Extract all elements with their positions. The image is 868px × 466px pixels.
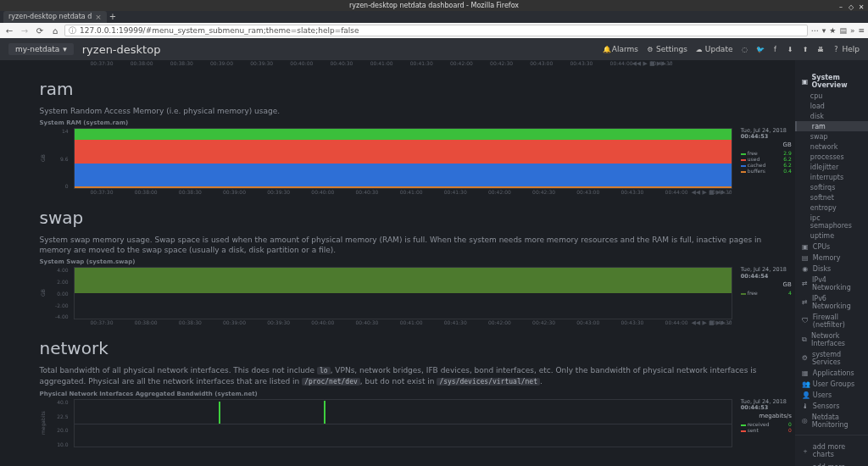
ram-chart[interactable]: GB 149.60 Tue, Jul 24, 2018 00:44:53 GB …	[40, 128, 792, 189]
help-icon: ?	[832, 46, 839, 53]
swap-chart[interactable]: GB 4.002.000.00-2.00-4.00 Tue, Jul 24, 2…	[40, 267, 792, 319]
sidebar-item-network[interactable]: network	[795, 141, 868, 152]
time-tick: 00:44:00	[665, 319, 688, 325]
nav-back-icon[interactable]: ←	[3, 26, 15, 36]
nav-home-icon[interactable]: ⌂	[49, 26, 61, 36]
swap-yaxis-label-icon: GB	[40, 267, 48, 319]
sidebar-item-entropy[interactable]: entropy	[795, 202, 868, 213]
section-icon: ⇄	[802, 298, 808, 306]
sidebar-section-ipv4-networking[interactable]: ⇄IPv4 Networking	[795, 275, 868, 292]
alarms-button[interactable]: 🔔Alarms	[603, 45, 638, 53]
section-label: Firewall (netfilter)	[813, 313, 861, 329]
update-button[interactable]: ☁Update	[696, 45, 733, 53]
nav-forward-icon[interactable]: →	[19, 26, 31, 36]
time-tick: 00:44:00	[610, 60, 633, 66]
burger-menu-icon[interactable]: ≡	[858, 26, 865, 35]
playback-controls[interactable]: ◀◀ ▶ ■ ▶▶ ⤢	[632, 60, 672, 67]
add-charts-link[interactable]: ＋ add more charts	[795, 441, 868, 461]
sidebar-item-softirqs[interactable]: softirqs	[795, 182, 868, 192]
section-icon: ◉	[802, 265, 809, 273]
facebook-link[interactable]: f	[771, 46, 778, 53]
add-alarms-link[interactable]: ＋ add more alarms	[795, 461, 868, 466]
time-tick: 00:39:30	[250, 60, 273, 66]
window-minimize-icon[interactable]: –	[837, 2, 844, 8]
sidebar-item-load[interactable]: load	[795, 101, 868, 111]
network-chart-canvas[interactable]	[74, 399, 732, 447]
sidebar-item-idlejitter[interactable]: idlejitter	[795, 162, 868, 172]
section-label: Memory	[813, 254, 841, 262]
ram-band-cached	[75, 164, 732, 186]
bell-icon: 🔔	[603, 46, 609, 53]
settings-button[interactable]: ⚙Settings	[647, 45, 687, 53]
site-identity-icon[interactable]: ⓘ	[69, 25, 76, 36]
network-chart-title: Physical Network Interfaces Aggregated B…	[40, 391, 792, 397]
help-button[interactable]: ?Help	[832, 45, 860, 53]
page-actions-icon[interactable]: ⋯	[811, 26, 819, 35]
ram-playback-controls[interactable]: ◀◀ ▶ ■ ▶▶ ⤢	[691, 189, 732, 196]
sidebar-section-firewall-netfilter-[interactable]: 🛡Firewall (netfilter)	[795, 312, 868, 330]
sidebar-item-uptime[interactable]: uptime	[795, 230, 868, 241]
sidebar-section-cpus[interactable]: ▣CPUs	[795, 241, 868, 252]
sidebar-section-applications[interactable]: ▦Applications	[795, 368, 868, 378]
download-button[interactable]: ⬇	[787, 46, 793, 53]
upload-button[interactable]: ⬆	[802, 46, 809, 53]
pocket-icon[interactable]: ▾	[822, 26, 826, 35]
ram-legend: Tue, Jul 24, 2018 00:44:53 GB free2.9 us…	[737, 128, 792, 189]
ram-description: System Random Access Memory (i.e. physic…	[40, 106, 792, 116]
section-label: Applications	[813, 369, 854, 377]
sidebar-section-network-interfaces[interactable]: ⧉Network Interfaces	[795, 330, 868, 348]
new-tab-button[interactable]: +	[107, 11, 119, 23]
sidebar-item-ram[interactable]: ram	[795, 121, 868, 131]
section-label: Network Interfaces	[811, 332, 861, 347]
sidebar-section-disks[interactable]: ◉Disks	[795, 264, 868, 274]
sidebar-item-swap[interactable]: swap	[795, 131, 868, 141]
time-tick: 00:40:00	[290, 60, 313, 66]
print-button[interactable]: 🖶	[817, 46, 824, 53]
time-tick: 00:43:00	[576, 319, 599, 325]
extensions-icon[interactable]: »	[850, 26, 855, 35]
sideview-icon[interactable]: ▤	[839, 26, 847, 35]
sidebar-item-ipc-semaphores[interactable]: ipc semaphores	[795, 213, 868, 230]
sidebar-section-netdata-monitoring[interactable]: ◎Netdata Monitoring	[795, 412, 868, 430]
time-tick: 00:38:00	[135, 189, 158, 195]
sidebar-section-ipv6-networking[interactable]: ⇄IPv6 Networking	[795, 293, 868, 311]
dashboard-icon: ▣	[802, 78, 809, 86]
sidebar-section-memory[interactable]: ▤Memory	[795, 252, 868, 263]
sidebar-item-cpu[interactable]: cpu	[795, 91, 868, 101]
close-tab-icon[interactable]: ×	[95, 11, 102, 23]
sidebar-section-sensors[interactable]: 🌡Sensors	[795, 401, 868, 411]
bookmark-icon[interactable]: ★	[829, 26, 836, 35]
url-input[interactable]: ⓘ 127.0.0.1:19999/#menu_system_submenu_r…	[64, 25, 808, 36]
nav-reload-icon[interactable]: ⟳	[34, 26, 46, 36]
host-dropdown[interactable]: my-netdata ▾	[8, 43, 74, 55]
swap-chart-canvas[interactable]	[74, 267, 732, 319]
window-maximize-icon[interactable]: ◇	[848, 2, 854, 8]
section-icon: ▤	[802, 254, 809, 262]
sidebar-item-softnet[interactable]: softnet	[795, 192, 868, 202]
section-icon: ▦	[802, 369, 809, 377]
network-yticks: 40.022.520.010.0	[53, 399, 69, 447]
browser-tab-active[interactable]: ryzen-desktop netdata d ×	[3, 11, 107, 23]
swap-playback-controls[interactable]: ◀◀ ▶ ■ ▶▶ ⤢	[691, 319, 732, 326]
ram-time-ruler: 00:37:3000:38:0000:38:3000:39:0000:39:30…	[40, 189, 792, 199]
time-tick: 00:43:00	[530, 60, 553, 66]
swap-time-ruler: 00:37:3000:38:0000:38:3000:39:0000:39:30…	[40, 319, 792, 330]
facebook-icon: f	[771, 46, 778, 53]
sidebar-overview[interactable]: ▣ System Overview	[795, 72, 868, 91]
swap-legend: Tue, Jul 24, 2018 00:44:54 GB free4	[737, 267, 792, 319]
time-tick: 00:40:30	[355, 319, 378, 325]
twitter-link[interactable]: 🐦	[756, 46, 763, 53]
sidebar-section-user-groups[interactable]: 👥User Groups	[795, 379, 868, 389]
github-link[interactable]: ◌	[741, 46, 748, 53]
sidebar-item-processes[interactable]: processes	[795, 152, 868, 162]
browser-urlbar: ← → ⟳ ⌂ ⓘ 127.0.0.1:19999/#menu_system_s…	[0, 23, 868, 38]
sidebar-section-systemd-services[interactable]: ⚙systemd Services	[795, 349, 868, 367]
window-close-icon[interactable]: ✕	[858, 2, 865, 8]
section-label: CPUs	[813, 243, 830, 251]
sidebar-section-users[interactable]: 👤Users	[795, 390, 868, 400]
section-icon: 👤	[802, 391, 809, 399]
network-chart[interactable]: megabits 40.022.520.010.0 Tue, Jul 24, 2…	[40, 399, 792, 447]
ram-chart-canvas[interactable]	[74, 128, 732, 189]
sidebar-item-interrupts[interactable]: interrupts	[795, 172, 868, 182]
sidebar-item-disk[interactable]: disk	[795, 111, 868, 121]
